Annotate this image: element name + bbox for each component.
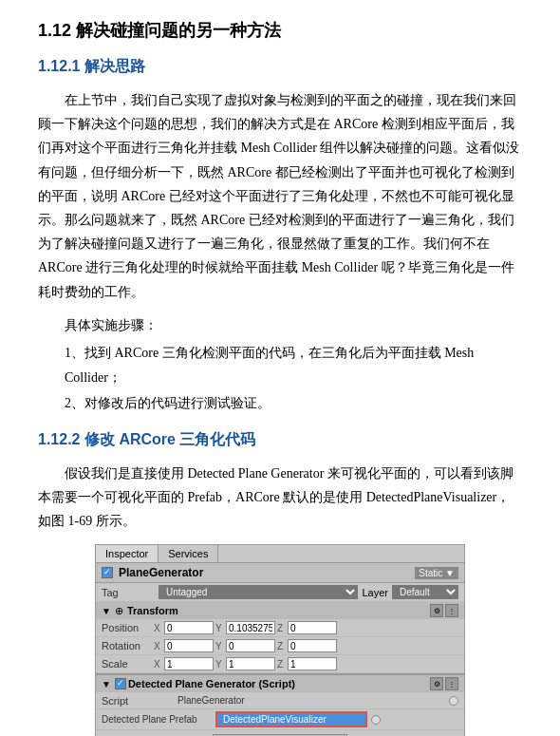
prefab-row: Detected Plane Prefab DetectedPlaneVisua… [96, 709, 464, 730]
static-button[interactable]: Static ▼ [415, 567, 458, 579]
scale-y-input[interactable] [226, 657, 275, 670]
rotation-y-input[interactable] [226, 639, 275, 652]
inspector-header: PlaneGenerator Static ▼ [96, 563, 464, 583]
position-y-input[interactable] [226, 621, 275, 634]
layer-label: Layer [362, 587, 388, 598]
transform-arrow-icon: ▼ [102, 606, 111, 616]
position-label: Position [102, 622, 154, 633]
rotation-y-field: Y [215, 639, 275, 652]
scale-z-field: Z [277, 657, 337, 670]
position-y-field: Y [215, 621, 275, 634]
paragraph-1: 在上节中，我们自己实现了虚拟对象与检测到的平面之的碰撞，现在我们来回顾一下解决这… [38, 88, 522, 304]
transform-header[interactable]: ▼ ⊕ Transform ⚙ ⋮ [96, 602, 464, 619]
sx-label: X [154, 659, 163, 670]
component-name: PlaneGenerator [119, 566, 411, 579]
position-x-input[interactable] [164, 621, 214, 634]
transform-more-icon[interactable]: ⋮ [445, 604, 458, 617]
script-arrow-icon: ▼ [102, 679, 111, 689]
tag-layer-row: Tag Untagged Layer Default [96, 583, 464, 602]
inspector-tab-services[interactable]: Services [159, 545, 218, 562]
subsection-2-title: 1.12.2 修改 ARCore 三角化代码 [38, 430, 522, 450]
script-settings-icon[interactable]: ⚙ [430, 677, 443, 690]
unity-inspector: Inspector Services PlaneGenerator Static… [95, 544, 465, 736]
position-z-input[interactable] [288, 621, 337, 634]
script-icons: ⚙ ⋮ [430, 677, 458, 690]
transform-icon-symbol: ⊕ [115, 605, 123, 617]
script-header[interactable]: ▼ Detected Plane Generator (Script) ⚙ ⋮ [96, 674, 464, 692]
scale-y-field: Y [215, 657, 275, 670]
scale-xyz: X Y Z [154, 657, 458, 670]
subsection-1-title: 1.12.1 解决思路 [38, 57, 522, 77]
scale-label: Scale [102, 658, 154, 670]
ry-label: Y [215, 641, 225, 651]
x-label: X [154, 623, 163, 633]
prefab-label: Detected Plane Prefab [102, 714, 215, 725]
rotation-x-input[interactable] [164, 639, 214, 652]
transform-section: ▼ ⊕ Transform ⚙ ⋮ Position X Y [96, 602, 464, 674]
position-row: Position X Y Z [96, 619, 464, 637]
inspector-tabs: Inspector Services [96, 545, 464, 563]
add-component-container: Add Component [96, 730, 464, 736]
position-z-field: Z [277, 621, 337, 634]
transform-title: Transform [127, 605, 430, 616]
steps-intro: 具体实施步骤： [38, 313, 522, 337]
scale-x-field: X [154, 657, 214, 670]
sz-label: Z [277, 659, 287, 670]
sy-label: Y [215, 659, 225, 670]
step-1: 1、找到 ARCore 三角化检测平面的代码，在三角化后为平面挂载 Mesh C… [65, 341, 522, 391]
position-xyz: X Y Z [154, 621, 458, 634]
paragraph-2: 假设我们是直接使用 Detected Plane Generator 来可视化平… [38, 462, 522, 534]
y-label: Y [215, 623, 225, 633]
scale-row: Scale X Y Z [96, 655, 464, 673]
script-section-title: Detected Plane Generator (Script) [128, 678, 430, 689]
main-section-title: 1.12 解决碰撞问题的另一种方法 [38, 19, 522, 42]
step-2: 2、对修改后的代码进行测试验证。 [65, 391, 522, 417]
rx-label: X [154, 641, 163, 651]
script-row: Script PlaneGenerator [96, 692, 464, 709]
inspector-tab-inspector[interactable]: Inspector [96, 545, 159, 562]
z-label: Z [277, 623, 287, 633]
rotation-z-field: Z [277, 639, 337, 652]
scale-z-input[interactable] [288, 657, 337, 670]
prefab-value[interactable]: DetectedPlaneVisualizer [215, 711, 367, 727]
layer-dropdown[interactable]: Default [392, 585, 458, 599]
tag-label: Tag [102, 587, 159, 598]
script-section: ▼ Detected Plane Generator (Script) ⚙ ⋮ … [96, 674, 464, 736]
tag-dropdown[interactable]: Untagged [159, 585, 358, 599]
steps-list: 1、找到 ARCore 三角化检测平面的代码，在三角化后为平面挂载 Mesh C… [65, 341, 522, 417]
script-value: PlaneGenerator [177, 695, 449, 706]
script-label: Script [102, 695, 177, 707]
rotation-row: Rotation X Y Z [96, 637, 464, 655]
transform-settings-icon[interactable]: ⚙ [430, 604, 443, 617]
transform-rows: Position X Y Z [96, 619, 464, 673]
rz-label: Z [277, 641, 287, 651]
script-circle-button[interactable] [449, 696, 458, 706]
rotation-x-field: X [154, 639, 214, 652]
rotation-xyz: X Y Z [154, 639, 458, 652]
script-more-icon[interactable]: ⋮ [445, 677, 458, 690]
rotation-z-input[interactable] [288, 639, 337, 652]
position-x-field: X [154, 621, 214, 634]
transform-icons: ⚙ ⋮ [430, 604, 458, 617]
scale-x-input[interactable] [164, 657, 214, 670]
prefab-circle-button[interactable] [371, 715, 381, 725]
script-enabled-checkbox[interactable] [115, 678, 126, 689]
component-enabled-checkbox[interactable] [102, 567, 113, 578]
rotation-label: Rotation [102, 640, 154, 651]
